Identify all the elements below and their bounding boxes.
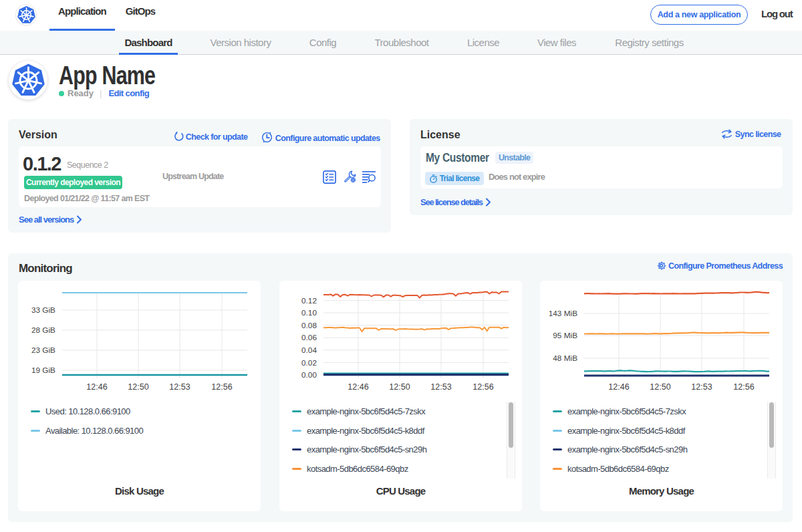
- svg-text:12:46: 12:46: [348, 382, 368, 392]
- svg-text:12:56: 12:56: [733, 382, 754, 392]
- svg-text:0.12: 0.12: [301, 296, 317, 305]
- svg-text:12:46: 12:46: [608, 382, 629, 392]
- svg-text:12:46: 12:46: [86, 382, 107, 392]
- svg-text:12:56: 12:56: [473, 382, 493, 392]
- svg-text:0.04: 0.04: [301, 346, 317, 355]
- svg-text:0.02: 0.02: [301, 358, 317, 368]
- svg-text:12:50: 12:50: [389, 382, 410, 392]
- svg-text:0.08: 0.08: [301, 321, 317, 330]
- svg-text:143 MiB: 143 MiB: [549, 309, 577, 318]
- svg-text:19 GiB: 19 GiB: [31, 366, 55, 375]
- svg-text:33 GiB: 33 GiB: [31, 305, 55, 315]
- svg-text:23 GiB: 23 GiB: [31, 346, 55, 355]
- svg-text:48 MiB: 48 MiB: [553, 354, 577, 363]
- svg-text:95 MiB: 95 MiB: [553, 331, 577, 340]
- svg-text:0.00: 0.00: [301, 370, 317, 380]
- svg-text:0.10: 0.10: [301, 308, 317, 317]
- svg-text:12:56: 12:56: [211, 382, 232, 392]
- svg-text:0.06: 0.06: [301, 333, 317, 342]
- svg-text:12:50: 12:50: [128, 382, 148, 392]
- svg-text:12:53: 12:53: [430, 382, 451, 392]
- svg-text:28 GiB: 28 GiB: [31, 325, 55, 335]
- svg-text:12:53: 12:53: [169, 382, 190, 392]
- svg-text:12:53: 12:53: [691, 382, 712, 392]
- svg-text:12:50: 12:50: [650, 382, 670, 392]
